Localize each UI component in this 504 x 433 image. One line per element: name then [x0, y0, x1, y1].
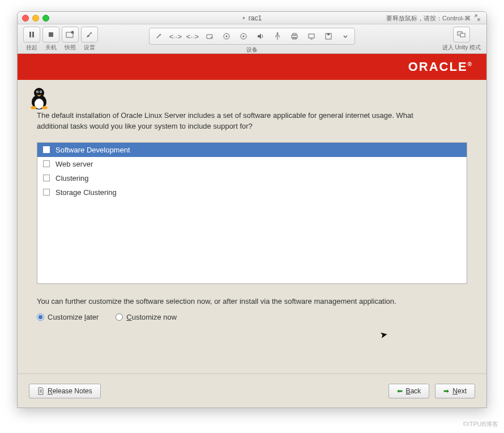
mouse-release-hint: 要释放鼠标，请按：Control-⌘ — [386, 12, 481, 24]
network1-icon[interactable]: <··> — [168, 29, 183, 43]
dropdown-icon[interactable] — [338, 29, 353, 43]
tux-icon — [28, 85, 50, 112]
snapshot-button[interactable] — [62, 27, 79, 43]
devices-bar: <··> <··> — [149, 28, 355, 45]
list-item-label: Storage Clustering — [55, 188, 117, 197]
poweroff-button[interactable] — [42, 27, 59, 43]
floppy-icon[interactable] — [321, 29, 336, 43]
window-title: rac1 — [249, 14, 262, 22]
poweroff-label: 关机 — [45, 44, 57, 52]
svg-rect-0 — [29, 32, 31, 37]
svg-point-8 — [226, 36, 228, 37]
settings-button[interactable] — [81, 27, 98, 43]
installer: ORACLE® The default installation of Orac… — [18, 54, 486, 407]
checkbox-icon[interactable] — [43, 189, 50, 196]
list-item-label: Software Development — [55, 146, 130, 154]
back-button[interactable]: ⬅ Back — [388, 384, 430, 398]
usb-icon[interactable] — [270, 29, 285, 43]
vm-toolbar: 挂起 关机 快照 设置 <··> <··> — [18, 24, 486, 54]
network2-icon[interactable]: <··> — [185, 29, 200, 43]
customize-later-radio[interactable]: Customize later — [37, 313, 99, 321]
checkbox-icon[interactable] — [43, 160, 50, 167]
list-item[interactable]: Software Development — [37, 143, 467, 157]
close-icon[interactable] — [22, 15, 29, 22]
customize-radio-group: Customize later Customize now — [37, 313, 467, 321]
vm-window: ● rac1 要释放鼠标，请按：Control-⌘ 挂起 关机 — [17, 11, 487, 408]
minimize-icon[interactable] — [32, 15, 39, 22]
svg-rect-19 — [460, 33, 465, 37]
list-item[interactable]: Clustering — [37, 171, 467, 185]
unity-button[interactable] — [453, 27, 470, 43]
list-item[interactable]: Web server — [37, 157, 467, 171]
next-button[interactable]: ➡ Next — [435, 384, 475, 398]
software-options-list[interactable]: Software Development Web server Clusteri… — [37, 142, 467, 284]
suspend-label: 挂起 — [26, 44, 37, 52]
printer-icon[interactable] — [287, 29, 302, 43]
svg-point-11 — [277, 32, 279, 34]
svg-rect-2 — [49, 32, 53, 37]
settings-label: 设置 — [84, 44, 95, 52]
mouse-cursor-icon: ➤ — [379, 329, 388, 341]
document-icon — [37, 387, 44, 395]
installer-content: The default installation of Oracle Linux… — [18, 80, 486, 321]
customize-now-radio[interactable]: Customize now — [116, 313, 177, 321]
svg-point-10 — [243, 36, 245, 37]
svg-point-26 — [40, 91, 41, 92]
zoom-icon[interactable] — [42, 15, 49, 22]
suspend-button[interactable] — [23, 27, 40, 43]
list-item-label: Web server — [55, 160, 93, 168]
arrow-right-icon: ➡ — [443, 387, 449, 395]
oracle-banner: ORACLE® — [18, 54, 486, 80]
list-item-label: Clustering — [55, 174, 89, 182]
harddisk-icon[interactable] — [202, 29, 217, 43]
svg-point-27 — [31, 106, 36, 109]
cd2-icon[interactable] — [236, 29, 251, 43]
unity-label: 进入 Unity 模式 — [442, 44, 481, 52]
customize-text: You can further customize the software s… — [37, 296, 445, 307]
arrow-left-icon: ⬅ — [397, 387, 403, 395]
checkbox-icon[interactable] — [43, 146, 50, 153]
dirty-dot-icon: ● — [242, 15, 245, 20]
display-icon[interactable] — [304, 29, 319, 43]
cd1-icon[interactable] — [219, 29, 234, 43]
release-notes-button[interactable]: Release Notes — [29, 384, 101, 398]
svg-rect-15 — [309, 34, 314, 38]
svg-rect-5 — [207, 35, 212, 39]
svg-rect-1 — [32, 32, 34, 37]
tools-icon[interactable] — [151, 29, 166, 43]
svg-point-22 — [34, 88, 44, 98]
svg-point-6 — [211, 37, 212, 38]
devices-label: 设备 — [246, 46, 258, 54]
svg-rect-13 — [293, 33, 296, 35]
oracle-logo: ORACLE® — [408, 60, 473, 74]
wizard-footer: Release Notes ⬅ Back ➡ Next — [18, 373, 486, 407]
checkbox-icon[interactable] — [43, 175, 50, 181]
list-item[interactable]: Storage Clustering — [37, 185, 467, 199]
traffic-lights — [22, 15, 49, 22]
svg-point-25 — [37, 91, 38, 92]
expand-icon[interactable] — [474, 14, 481, 22]
svg-point-4 — [71, 31, 74, 33]
sound-icon[interactable] — [253, 29, 268, 43]
snapshot-label: 快照 — [65, 44, 76, 52]
svg-point-28 — [42, 106, 48, 109]
svg-rect-17 — [327, 33, 330, 35]
titlebar: ● rac1 要释放鼠标，请按：Control-⌘ — [18, 12, 486, 24]
watermark: ©ITPUB博客 — [463, 420, 499, 428]
intro-text: The default installation of Oracle Linux… — [37, 111, 445, 132]
